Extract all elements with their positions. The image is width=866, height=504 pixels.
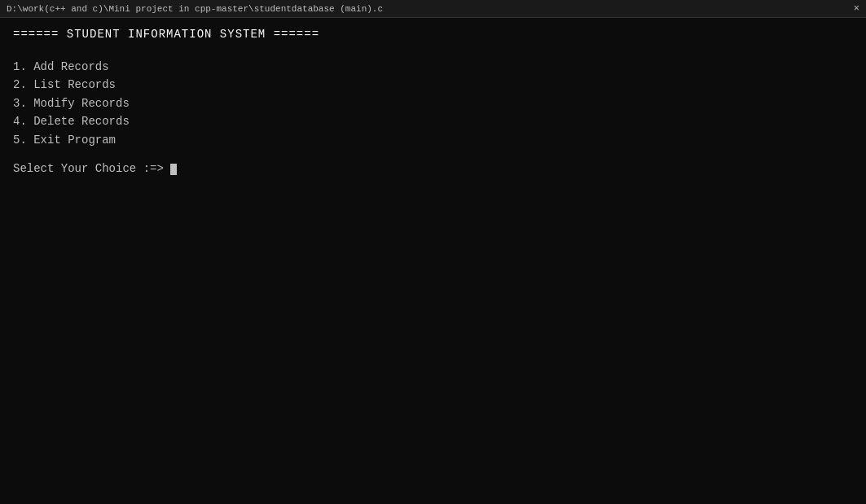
app-title: ====== STUDENT INFORMATION SYSTEM ====== xyxy=(13,26,853,43)
cursor xyxy=(170,164,177,175)
prompt-text: Select Your Choice :=> xyxy=(13,162,164,175)
terminal-body: ====== STUDENT INFORMATION SYSTEM ======… xyxy=(0,18,866,186)
menu-item-4: 4. Delete Records xyxy=(13,112,853,130)
menu-item-2: 2. List Records xyxy=(13,76,853,94)
close-icon[interactable]: × xyxy=(854,3,859,15)
title-bar-text: D:\work(c++ and c)\Mini project in cpp-m… xyxy=(7,4,383,14)
menu-item-1: 1. Add Records xyxy=(13,58,853,76)
menu-item-5: 5. Exit Program xyxy=(13,131,853,149)
menu-section: 1. Add Records 2. List Records 3. Modify… xyxy=(13,58,853,149)
menu-item-3: 3. Modify Records xyxy=(13,94,853,112)
terminal-window: D:\work(c++ and c)\Mini project in cpp-m… xyxy=(0,0,866,504)
title-bar: D:\work(c++ and c)\Mini project in cpp-m… xyxy=(0,0,866,18)
input-prompt: Select Your Choice :=> xyxy=(13,160,853,177)
